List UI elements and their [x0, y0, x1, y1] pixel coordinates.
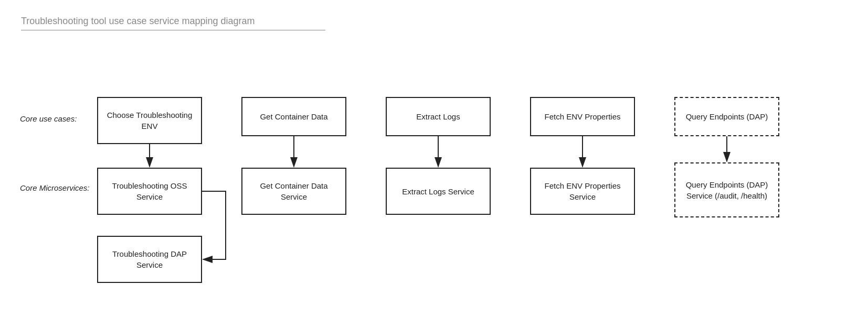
arrow-oss-to-dap — [202, 191, 226, 259]
choose-env-box: Choose Troubleshooting ENV — [97, 97, 202, 144]
title-section: Troubleshooting tool use case service ma… — [21, 16, 325, 30]
extract-logs-service-box: Extract Logs Service — [386, 168, 491, 215]
row-label-core-use-cases: Core use cases: — [20, 114, 77, 123]
extract-logs-box: Extract Logs — [386, 97, 491, 136]
query-endpoints-dap-box: Query Endpoints (DAP) — [674, 97, 779, 136]
get-container-data-service-box: Get Container Data Service — [241, 168, 346, 215]
get-container-data-box: Get Container Data — [241, 97, 346, 136]
diagram-container: Troubleshooting tool use case service ma… — [0, 0, 868, 317]
diagram-title: Troubleshooting tool use case service ma… — [21, 16, 325, 27]
title-underline — [21, 30, 325, 30]
fetch-env-properties-box: Fetch ENV Properties — [530, 97, 635, 136]
row-label-core-microservices: Core Microservices: — [20, 183, 90, 192]
fetch-env-properties-service-box: Fetch ENV Properties Service — [530, 168, 635, 215]
troubleshooting-oss-service-box: Troubleshooting OSS Service — [97, 168, 202, 215]
query-endpoints-dap-service-box: Query Endpoints (DAP) Service (/audit, /… — [674, 162, 779, 217]
troubleshooting-dap-service-box: Troubleshooting DAP Service — [97, 236, 202, 283]
